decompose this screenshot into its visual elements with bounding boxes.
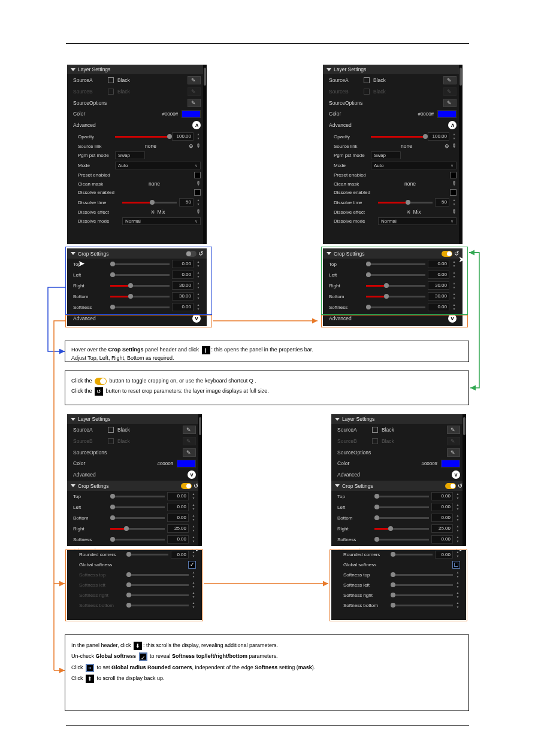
global-softness-checkbox-unchecked[interactable] [452,561,460,569]
eyedropper-button[interactable] [188,76,201,84]
crop-top-value[interactable]: 0.00 [172,260,194,268]
dissolve-effect-label: Dissolve effect [78,210,120,215]
clean-mask-label: Clean mask [78,181,113,187]
crop-advanced-label: Advanced [73,315,96,321]
note-green: Click the button to toggle cropping on, … [65,371,469,405]
source-link-label: Source link [78,144,113,149]
spinner[interactable]: ▲▼ [196,281,201,290]
eyedropper-button[interactable] [188,99,201,107]
panel-b2: Layer Settings SourceABlack SourceBBlack… [331,414,466,546]
clean-mask-value: none [115,181,194,187]
crop-left-value[interactable]: 0.00 [172,271,194,279]
source-options-label: SourceOptions [73,100,133,106]
rounded-corners-row: Rounded corners0.00▲▼ [67,549,202,560]
layer-settings-label: Layer Settings [78,66,110,72]
dissolve-enabled-row: Dissolve enabled [72,188,207,197]
mode-label: Mode [78,163,113,168]
dissolve-time-value[interactable]: 50 [179,198,194,207]
spinner[interactable]: ▲▼ [196,292,201,300]
color-label: Color [73,111,108,117]
eyedropper-button[interactable] [196,143,201,149]
toggle-on-icon [95,378,107,385]
shuffle-icon: ⤨ [150,209,155,215]
spinner[interactable]: ▲▼ [196,260,201,268]
spinner[interactable]: ▲▼ [196,271,201,279]
reset-icon[interactable]: ↺ [194,482,198,489]
spinner[interactable]: ▲▼ [196,303,201,311]
crop-toggle-on[interactable] [181,483,192,489]
advanced-label: Advanced [73,122,96,128]
scrollbar[interactable] [203,65,207,244]
expand-down-icon: ⬇ [134,642,142,650]
collapse-up-icon: ⬆ [86,675,94,683]
crop-bottom-value[interactable]: 30.00 [172,292,194,300]
crop-settings-label: Crop Settings [78,251,109,257]
crop-top-row: Top 0.00 ▲▼ [67,259,207,269]
page-bottom-rule [66,725,469,726]
opacity-slider[interactable] [115,136,170,138]
opacity-value[interactable]: 100.00 [172,132,194,141]
panel-b2-advanced: Rounded corners0.00▲▼ Global softness So… [331,549,466,620]
dissolve-time-label: Dissolve time [78,200,120,205]
dissolve-time-slider[interactable] [122,202,177,204]
crop-right-value[interactable]: 30.00 [172,281,194,290]
reset-icon[interactable]: ↺ [454,250,459,257]
crop-top-slider[interactable] [110,263,170,265]
eyedropper-button-disabled [188,87,201,96]
source-b-row: SourceB Black [67,86,207,97]
crop-panel-a2: Crop Settings ↺ Top0.00▲▼ Left0.00▲▼ Rig… [323,248,463,326]
eyedropper-button[interactable] [196,209,201,215]
expand-icon[interactable]: v [192,314,201,323]
checkbox-unchecked-icon [86,664,94,672]
pgm-pst-row: Pgm pst mode Swap [72,150,207,160]
spinner[interactable]: ▲▼ [196,132,201,141]
crop-right-slider[interactable] [110,285,170,287]
chevron-down-icon [327,68,331,71]
crop-softness-label: Softness [73,305,108,310]
preset-checkbox[interactable] [194,172,201,178]
crop-advanced-row[interactable]: Advanced v [67,312,207,324]
layer-settings-header[interactable]: Layer Settings [323,65,463,74]
pgm-pst-dropdown[interactable]: Swap [115,151,145,159]
collapse-icon[interactable]: ʌ [192,121,201,129]
dissolve-checkbox[interactable] [194,189,201,196]
crop-softness-slider[interactable] [110,306,170,308]
crop-right-label: Right [73,283,108,289]
crop-left-slider[interactable] [110,274,170,276]
eyedropper-button[interactable] [196,181,201,187]
crop-bottom-slider[interactable] [110,296,170,297]
color-swatch[interactable] [182,110,201,118]
crop-settings-header[interactable]: Crop Settings ↺ [323,248,463,259]
panel-b1: Layer Settings SourceABlack SourceBBlack… [67,414,202,546]
crop-softness-value[interactable]: 0.00 [172,303,194,311]
panel-b1-advanced: Rounded corners0.00▲▼ Global softness So… [67,549,202,620]
opacity-row: Opacity 100.00 ▲▼ [72,131,207,142]
preset-label: Preset enabled [78,172,132,178]
layer-settings-header[interactable]: Layer Settings [67,65,207,74]
source-a-checkbox[interactable] [108,77,114,83]
source-b-checkbox [108,89,114,95]
advanced-row[interactable]: Advanced ʌ [67,119,207,131]
crop-toggle[interactable] [186,251,197,257]
chevron-down-icon [71,68,75,71]
minus-button[interactable]: ⊖ [189,143,194,149]
scrollbar[interactable] [459,65,463,244]
spinner[interactable]: ▲▼ [196,198,201,207]
scrollbar[interactable] [198,414,202,546]
scrollbar[interactable] [463,414,466,546]
mode-dropdown[interactable]: Auto∨ [115,162,201,169]
source-a-row: SourceA Black [67,74,207,86]
crop-settings-header[interactable]: Crop Settings ↺ [67,248,207,259]
note-orange: In the panel header, click ⬇: this scrol… [65,634,469,711]
reset-icon[interactable]: ↺ [198,250,203,257]
color-row: Color #0000ff [67,108,207,119]
crop-top-label: Top [73,262,108,267]
crop-left-row: Left 0.00 ▲▼ [67,269,207,280]
page-top-rule [66,43,469,44]
crop-toggle-on[interactable] [442,251,452,257]
global-softness-checkbox-checked[interactable] [188,561,196,569]
dissolve-mode-dropdown[interactable]: Normal∨ [122,217,201,225]
dissolve-enabled-label: Dissolve enabled [78,190,132,195]
source-a-label: SourceA [73,77,108,83]
source-b-black-label: Black [117,89,130,95]
